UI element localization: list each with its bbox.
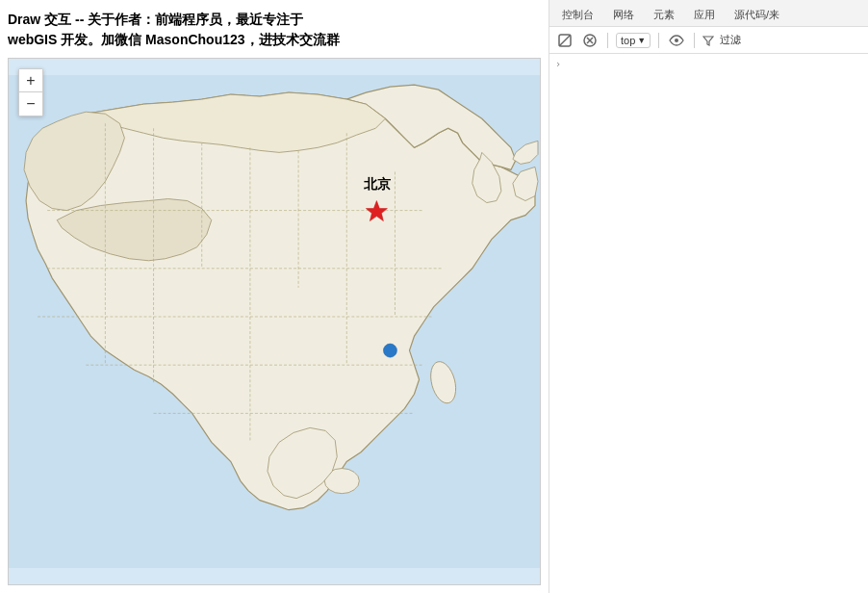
eye-icon	[669, 35, 684, 46]
zoom-in-button[interactable]: +	[19, 69, 42, 92]
description-line2: webGIS 开发。加微信 MasonChou123，进技术交流群	[8, 32, 340, 47]
chevron-right-icon: ›	[555, 59, 561, 69]
devtools-content: ›	[549, 54, 868, 593]
visibility-icon-button[interactable]	[667, 31, 686, 50]
zoom-out-button[interactable]: −	[19, 92, 42, 116]
toolbar-divider-2	[658, 33, 659, 48]
devtools-panel: 控制台 网络 元素 应用 源代码/来 top ▼	[549, 0, 868, 593]
filter-icon	[702, 35, 714, 46]
tab-console[interactable]: 控制台	[553, 3, 602, 26]
tab-elements[interactable]: 元素	[645, 3, 683, 26]
svg-text:北京: 北京	[363, 177, 392, 193]
svg-line-19	[559, 35, 571, 46]
filter-label: 过滤	[720, 33, 741, 47]
toolbar-divider	[607, 33, 608, 48]
devtools-toolbar: top ▼ 过滤	[549, 27, 868, 54]
svg-point-23	[675, 39, 678, 42]
block-icon	[558, 34, 572, 47]
map-svg: 北京	[9, 59, 540, 584]
description-line1: Draw 交互 -- 关于作者：前端程序员，最近专注于	[8, 12, 303, 27]
svg-point-17	[383, 344, 396, 357]
top-dropdown[interactable]: top ▼	[616, 33, 651, 48]
tab-application[interactable]: 应用	[685, 3, 724, 26]
zoom-controls: + −	[18, 68, 43, 116]
chevron-down-icon: ▼	[637, 36, 646, 45]
map-container: + −	[8, 58, 541, 585]
toolbar-divider-3	[694, 33, 695, 48]
left-panel: Draw 交互 -- 关于作者：前端程序员，最近专注于 webGIS 开发。加微…	[0, 0, 549, 593]
tab-network[interactable]: 网络	[604, 3, 643, 26]
clear-icon-button[interactable]	[580, 31, 600, 50]
clear-icon	[583, 34, 597, 47]
block-icon-button[interactable]	[555, 31, 574, 50]
description: Draw 交互 -- 关于作者：前端程序员，最近专注于 webGIS 开发。加微…	[0, 0, 549, 58]
tab-sources[interactable]: 源代码/来	[726, 3, 788, 26]
devtools-tabs: 控制台 网络 元素 应用 源代码/来	[549, 0, 868, 27]
top-value: top	[621, 35, 635, 46]
